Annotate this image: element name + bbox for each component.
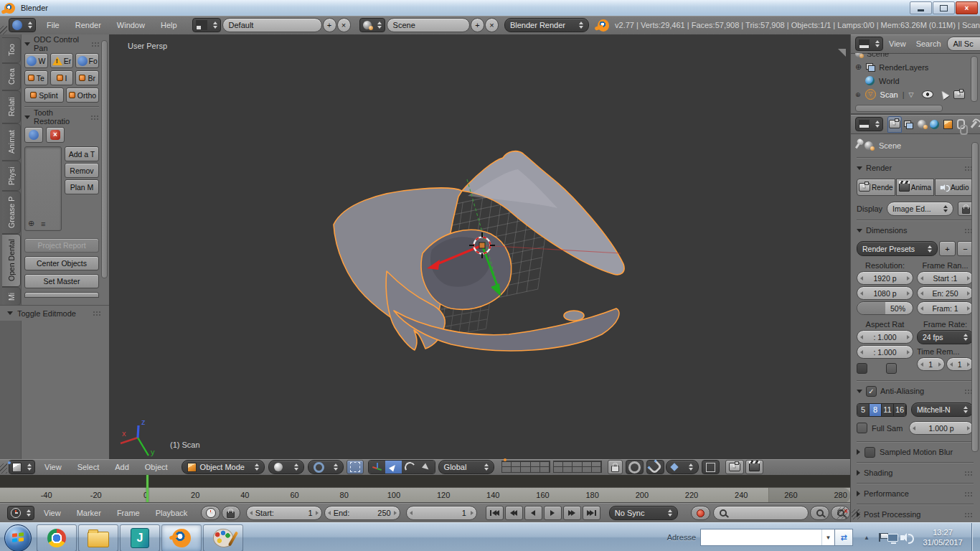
remove-tooth-button[interactable]: Remov bbox=[65, 163, 99, 178]
action-center-icon[interactable] bbox=[873, 531, 886, 544]
aa-size-field[interactable]: 1.000 p bbox=[909, 421, 974, 435]
outliner-item-scene[interactable]: Scene bbox=[851, 53, 980, 60]
render-presets-dropdown[interactable]: Render Presets bbox=[857, 241, 938, 256]
outliner-hscrollbar[interactable] bbox=[855, 105, 943, 112]
tl-menu-frame[interactable]: Frame bbox=[109, 509, 148, 517]
window-titlebar[interactable]: Blender × bbox=[0, 0, 980, 17]
add-scene-button[interactable]: + bbox=[471, 18, 484, 32]
shading-dropdown[interactable] bbox=[268, 460, 304, 474]
delete-layout-button[interactable]: × bbox=[337, 18, 351, 32]
outliner-filter-dropdown[interactable]: All Sc bbox=[947, 37, 980, 51]
odc-error-button[interactable]: Er bbox=[50, 53, 74, 68]
tab-render[interactable] bbox=[887, 116, 902, 133]
vp-menu-object[interactable]: Object bbox=[137, 463, 176, 471]
taskbar-paint-button[interactable] bbox=[203, 524, 243, 551]
jump-to-end-button[interactable] bbox=[583, 506, 600, 520]
delete-scene-button[interactable]: × bbox=[485, 18, 499, 32]
taskbar-japp-button[interactable]: J bbox=[120, 524, 160, 551]
start-button[interactable] bbox=[4, 524, 32, 551]
display-dropdown[interactable]: Image Ed... bbox=[887, 202, 953, 216]
tl-menu-playback[interactable]: Playback bbox=[148, 509, 196, 517]
scale-manipulator-button[interactable] bbox=[418, 461, 435, 474]
timeline-editor-icon[interactable] bbox=[7, 506, 34, 520]
tab-world[interactable] bbox=[928, 117, 941, 132]
properties-vscrollbar[interactable] bbox=[971, 142, 979, 452]
timeline-ruler-area[interactable]: -40-200204060801001201401601802002202402… bbox=[0, 475, 850, 502]
screen-layout-icon[interactable] bbox=[192, 18, 221, 32]
menu-help[interactable]: Help bbox=[153, 21, 185, 29]
plan-m-button[interactable]: Plan M bbox=[65, 179, 99, 194]
aa-samples-8[interactable]: 8 bbox=[870, 404, 882, 416]
resize-grip[interactable] bbox=[837, 507, 847, 519]
dental-scan-model[interactable] bbox=[314, 142, 651, 364]
resolution-y-field[interactable]: 1080 p bbox=[857, 286, 913, 300]
tooth-help-button[interactable] bbox=[24, 127, 43, 143]
taskbar-clock[interactable]: 13:27 31/05/2017 bbox=[916, 527, 969, 547]
set-master-button[interactable]: Set Master bbox=[24, 274, 99, 288]
taskbar-explorer-button[interactable] bbox=[78, 524, 118, 551]
tl-menu-marker[interactable]: Marker bbox=[69, 509, 109, 517]
manipulator-toggle[interactable] bbox=[347, 460, 364, 474]
panel-drag-dots[interactable] bbox=[90, 115, 99, 120]
menu-window[interactable]: Window bbox=[109, 21, 153, 29]
jump-next-keyframe-button[interactable] bbox=[563, 506, 581, 520]
address-go-button[interactable]: ⇄ bbox=[835, 529, 853, 546]
lock-frame-button[interactable] bbox=[222, 506, 240, 520]
odc-teeth-toggle[interactable]: Te bbox=[24, 70, 48, 85]
proportional-edit-button[interactable] bbox=[626, 460, 644, 474]
renderable-camera-icon[interactable] bbox=[953, 90, 965, 99]
outliner-item-world[interactable]: World bbox=[851, 74, 980, 88]
add-layout-button[interactable]: + bbox=[323, 18, 336, 32]
resolution-percentage-slider[interactable]: 50% bbox=[857, 301, 913, 315]
add-list-item-icon[interactable]: ⊕ bbox=[28, 219, 34, 228]
tab-relations[interactable]: Relati bbox=[2, 90, 21, 123]
properties-editor-icon[interactable] bbox=[855, 117, 883, 131]
taskbar-chrome-button[interactable] bbox=[37, 524, 77, 551]
add-preset-button[interactable]: + bbox=[939, 241, 956, 256]
tab-open-dental[interactable]: Open Dental bbox=[2, 234, 21, 287]
address-input[interactable]: ▼ bbox=[700, 529, 835, 546]
current-frame-field[interactable]: 1 bbox=[406, 506, 477, 520]
tab-object[interactable] bbox=[941, 117, 954, 132]
full-sample-checkbox[interactable] bbox=[857, 423, 867, 433]
time-remap-old-field[interactable]: 1 bbox=[917, 357, 945, 371]
performance-panel-header[interactable]: Performance bbox=[857, 487, 974, 500]
region-expand-arrow-icon[interactable] bbox=[838, 49, 846, 57]
shading-panel-header[interactable]: Shading bbox=[857, 466, 974, 479]
insert-keyframe-button[interactable] bbox=[810, 506, 829, 520]
render-panel-header[interactable]: Render bbox=[857, 161, 974, 174]
maximize-button[interactable] bbox=[933, 1, 955, 14]
minimize-button[interactable] bbox=[910, 1, 932, 14]
tooth-list[interactable]: ⊕ ≡ bbox=[24, 146, 62, 231]
odc-splint-toggle[interactable]: Splint bbox=[24, 88, 64, 103]
end-frame-field[interactable]: End: 250 bbox=[324, 506, 400, 520]
tab-render-layers[interactable] bbox=[902, 117, 915, 132]
menu-render[interactable]: Render bbox=[67, 21, 109, 29]
add-tooth-button[interactable]: Add a T bbox=[65, 146, 99, 161]
tooth-panel-header[interactable]: Tooth Restoratio bbox=[24, 110, 99, 123]
odc-forum-button[interactable]: Fo bbox=[75, 53, 99, 68]
opengl-render-button[interactable] bbox=[725, 460, 744, 474]
tab-physics[interactable]: Physi bbox=[2, 161, 21, 191]
resize-grip[interactable] bbox=[852, 509, 860, 519]
frame-step-field[interactable]: Fram: 1 bbox=[917, 301, 974, 315]
snap-element-dropdown[interactable] bbox=[666, 460, 699, 474]
jump-to-start-button[interactable] bbox=[486, 506, 504, 520]
pin-icon[interactable] bbox=[855, 143, 860, 149]
opengl-anim-button[interactable] bbox=[745, 460, 763, 474]
aa-filter-dropdown[interactable]: Mitchell-N bbox=[911, 402, 974, 417]
outliner-item-scan[interactable]: ⊕ ▽ Scan | ▽ bbox=[851, 88, 980, 101]
fps-dropdown[interactable]: 24 fps bbox=[917, 330, 974, 344]
sync-dropdown[interactable]: No Sync bbox=[609, 506, 678, 520]
tab-grease-pencil[interactable]: Grease P bbox=[2, 191, 21, 234]
aa-samples-16[interactable]: 16 bbox=[894, 404, 906, 416]
tab-scene[interactable] bbox=[915, 117, 928, 132]
odc-implant-toggle[interactable]: I bbox=[50, 70, 74, 85]
fields-checkbox[interactable] bbox=[857, 363, 867, 374]
panel-drag-dots[interactable] bbox=[91, 42, 99, 47]
aspect-y-field[interactable]: : 1.000 bbox=[857, 345, 913, 359]
frame-start-field[interactable]: Start :1 bbox=[917, 271, 974, 285]
frame-end-field[interactable]: En: 250 bbox=[917, 286, 974, 300]
aspect-x-field[interactable]: : 1.000 bbox=[857, 330, 913, 344]
odc-ortho-toggle[interactable]: Ortho bbox=[66, 88, 99, 103]
